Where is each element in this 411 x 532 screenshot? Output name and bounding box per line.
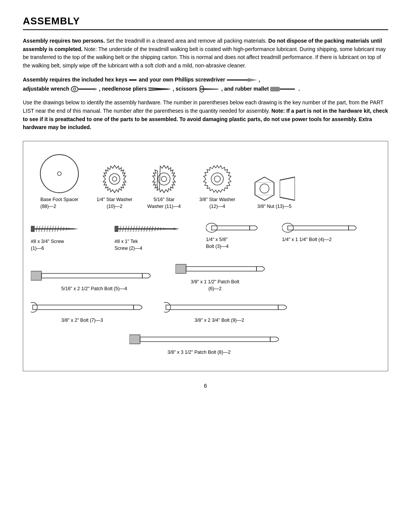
star-washer-11-item: 5/16" StarWasher (11)—4	[145, 164, 183, 210]
svg-line-69	[161, 227, 161, 230]
svg-rect-84	[166, 305, 278, 310]
tools-line: Assembly requires the included hex keys …	[23, 75, 388, 94]
star-washer-12-item: 3/8" Star Washer(12)—4	[194, 164, 240, 210]
svg-point-3	[71, 86, 78, 92]
svg-marker-19	[103, 165, 126, 193]
svg-rect-50	[31, 226, 35, 232]
screw-2-item: #8 x 1" TekScrew (2)—4	[115, 221, 206, 252]
patch-bolt-8-drawing	[129, 332, 282, 347]
svg-rect-5	[78, 88, 95, 90]
svg-line-13	[203, 89, 218, 89]
svg-marker-14	[217, 88, 220, 90]
svg-point-83	[31, 302, 37, 312]
star-washer-12-drawing	[200, 164, 234, 194]
svg-rect-81	[186, 267, 256, 271]
patch-bolt-6-drawing	[175, 261, 267, 276]
svg-rect-79	[41, 273, 142, 278]
svg-rect-80	[175, 264, 186, 273]
patch-bolt-5-label: 5/16" x 2 1/2" Patch Bolt (5)—4	[61, 286, 127, 292]
hardware-row-3: 5/16" x 2 1/2" Patch Bolt (5)—4 3/8" x 1…	[31, 261, 380, 292]
patch-bolt-5-drawing	[31, 268, 153, 283]
svg-line-34	[280, 197, 295, 200]
hardware-row-4: 3/8" x 2" Bolt (7)—3 3/8" x 2 3/4" Bolt …	[31, 300, 380, 324]
svg-point-18	[57, 172, 61, 176]
bolt-4-item: 1/4" x 1 1/4" Bolt (4)—2	[282, 221, 370, 243]
nut-13-side-drawing	[280, 176, 295, 201]
screwdriver-icon	[227, 77, 257, 83]
svg-marker-73	[174, 228, 179, 230]
hardware-diagram-box: Base Foot Spacer(88)—2 1/4" Star Washer(…	[23, 141, 388, 371]
svg-rect-82	[33, 305, 134, 310]
bolt-9-item: 3/8" x 2 3/4" Bolt (9)—2	[164, 300, 290, 324]
star-washer-11-drawing	[149, 164, 179, 194]
scissors-icon	[199, 86, 220, 93]
svg-point-27	[214, 176, 220, 182]
page-number: 6	[23, 383, 388, 389]
base-foot-spacer-drawing	[38, 153, 80, 195]
screw-2-label: #8 x 1" TekScrew (2)—4	[115, 238, 142, 252]
screw-2-drawing	[115, 221, 179, 236]
patch-bolt-6-label: 3/8" x 1 1/2" Patch Bolt(6)—2	[191, 279, 239, 292]
svg-marker-9	[167, 88, 171, 90]
svg-rect-16	[280, 88, 295, 90]
screw-1-label: #8 x 3/4" Screw(1)—6	[31, 238, 64, 252]
patch-bolt-8-label: 3/8" x 3 1/2" Patch Bolt (8)—2	[167, 349, 231, 356]
star-washer-10-label: 1/4" Star Washer(10)—2	[97, 197, 132, 210]
svg-line-8	[148, 89, 167, 90]
patch-bolt-6-item: 3/8" x 1 1/2" Patch Bolt(6)—2	[175, 261, 267, 292]
hardware-row-2: #8 x 3/4" Screw(1)—6	[31, 221, 380, 252]
svg-point-21	[112, 177, 117, 181]
hardware-row-5: 3/8" x 3 1/2" Patch Bolt (8)—2	[31, 332, 380, 356]
svg-rect-86	[129, 335, 140, 344]
wrench-icon	[71, 86, 97, 93]
body-paragraph: Use the drawings below to identify the a…	[23, 99, 388, 132]
svg-marker-28	[255, 177, 274, 200]
bolt-9-drawing	[164, 300, 290, 315]
screw-1-drawing	[31, 221, 80, 236]
svg-line-48	[66, 227, 67, 230]
svg-point-24	[161, 176, 167, 182]
base-foot-spacer-label: Base Foot Spacer(88)—2	[40, 197, 78, 210]
star-washer-10-item: 1/4" Star Washer(10)—2	[96, 164, 134, 210]
svg-marker-32	[280, 177, 295, 200]
svg-point-26	[211, 173, 223, 185]
svg-marker-6	[94, 88, 97, 91]
intro-paragraph-1: Assembly requires two persons. Set the t…	[23, 37, 388, 70]
star-washer-11-label: 5/16" StarWasher (11)—4	[147, 197, 181, 210]
svg-rect-78	[31, 271, 41, 280]
svg-marker-25	[204, 165, 231, 193]
star-washer-12-label: 3/8" Star Washer(12)—4	[199, 197, 235, 210]
svg-rect-87	[140, 337, 270, 342]
hardware-row-1: Base Foot Spacer(88)—2 1/4" Star Washer(…	[35, 153, 380, 210]
pliers-icon	[148, 86, 171, 93]
svg-rect-0	[129, 79, 137, 81]
svg-rect-76	[288, 226, 349, 230]
svg-rect-72	[115, 226, 118, 232]
patch-bolt-5-item: 5/16" x 2 1/2" Patch Bolt (5)—4	[31, 268, 153, 292]
screw-1-item: #8 x 3/4" Screw(1)—6	[31, 221, 115, 252]
bolt-3-drawing	[206, 221, 259, 235]
bolt-4-label: 1/4" x 1 1/4" Bolt (4)—2	[282, 236, 331, 243]
svg-point-4	[73, 88, 76, 90]
nut-13-label: 3/8" Nut (13)—5	[257, 203, 292, 210]
svg-point-29	[260, 184, 269, 193]
svg-rect-1	[227, 79, 248, 81]
svg-rect-15	[270, 87, 280, 91]
page-title: ASSEMBLY	[23, 15, 388, 30]
bolt-9-label: 3/8" x 2 3/4" Bolt (9)—2	[194, 317, 244, 324]
bolt-3-label: 1/4" x 5/8"Bolt (3)—4	[206, 236, 229, 250]
svg-marker-22	[153, 165, 175, 193]
svg-marker-51	[73, 228, 78, 230]
svg-point-20	[109, 174, 120, 184]
nut-13-front-drawing	[254, 176, 275, 201]
svg-point-85	[164, 302, 170, 312]
nut-13-item: 3/8" Nut (13)—5	[252, 176, 297, 210]
svg-line-33	[280, 177, 295, 180]
mallet-icon	[270, 86, 297, 93]
svg-point-17	[40, 155, 78, 193]
bolt-7-label: 3/8" x 2" Bolt (7)—3	[61, 317, 103, 324]
base-foot-spacer-item: Base Foot Spacer(88)—2	[35, 153, 84, 210]
hex-keys-icon	[129, 77, 137, 83]
bolt-7-item: 3/8" x 2" Bolt (7)—3	[31, 300, 145, 324]
bolt-3-item: 1/4" x 5/8"Bolt (3)—4	[206, 221, 282, 250]
